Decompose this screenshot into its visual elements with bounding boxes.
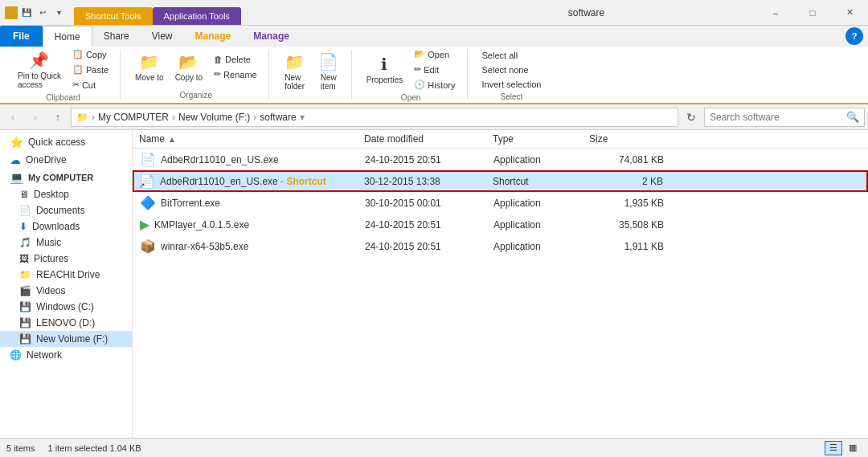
selected-info: 1 item selected 1.04 KB xyxy=(47,443,141,453)
ribbon-group-clipboard: 📌 Pin to Quickaccess 📋 Copy 📋 Paste ✂ Cu… xyxy=(6,50,121,100)
tab-shortcut-tools[interactable]: Shortcut Tools xyxy=(74,7,153,25)
details-view-button[interactable]: ☰ xyxy=(825,441,842,455)
ribbon-btn-delete[interactable]: 🗑 Delete xyxy=(209,53,262,66)
new-folder-label: Newfolder xyxy=(285,73,305,91)
ribbon-btn-new-folder[interactable]: 📁 Newfolder xyxy=(279,50,311,93)
sidebar-item-documents[interactable]: 📄 Documents xyxy=(0,202,132,218)
minimize-button[interactable]: – xyxy=(757,0,794,26)
clipboard-label: Clipboard xyxy=(46,93,80,102)
pin-label: Pin to Quickaccess xyxy=(18,71,61,89)
reachit-icon: 📁 xyxy=(19,269,31,280)
file-date-kmplayer: 24-10-2015 20:51 xyxy=(365,219,493,231)
back-button[interactable]: ‹ xyxy=(3,108,23,127)
ribbon-tab-view[interactable]: View xyxy=(141,26,184,47)
file-icon-kmplayer: ▶ xyxy=(140,217,149,232)
file-row-adoberdr[interactable]: 📄 AdbeRdr11010_en_US.exe 24-10-2015 20:5… xyxy=(133,149,868,170)
ribbon-btn-edit[interactable]: ✏ Edit xyxy=(409,63,460,76)
drive-d-icon: 💾 xyxy=(19,317,31,328)
sidebar-item-pictures[interactable]: 🖼 Pictures xyxy=(0,251,132,267)
file-size-winrar: 1,911 KB xyxy=(590,241,670,252)
col-header-date[interactable]: Date modified xyxy=(364,133,493,145)
sidebar-item-downloads[interactable]: ⬇ Downloads xyxy=(0,218,132,235)
ribbon-tab-manage-app[interactable]: Manage xyxy=(242,26,301,47)
drive-f-icon: 💾 xyxy=(19,333,31,345)
sidebar-item-videos[interactable]: 🎬 Videos xyxy=(0,283,132,299)
path-software[interactable]: software xyxy=(260,112,296,123)
title-tabs: Shortcut Tools Application Tools xyxy=(71,0,416,25)
ribbon-btn-select-none[interactable]: Select none xyxy=(477,63,547,76)
forward-button[interactable]: › xyxy=(26,108,45,127)
file-row-adoberdr-shortcut[interactable]: 📄 ↗ AdbeRdr11010_en_US.exe - Shortcut 30… xyxy=(133,170,868,192)
edit-icon: ✏ xyxy=(414,64,421,75)
col-header-name[interactable]: Name ▲ xyxy=(139,133,364,145)
ribbon-btn-move[interactable]: 📁 Move to xyxy=(130,50,169,84)
sidebar: ⭐ Quick access ☁ OneDrive 💻 My COMPUTER … xyxy=(0,130,133,438)
close-button[interactable]: ✕ xyxy=(831,0,868,26)
sidebar-item-desktop[interactable]: 🖥 Desktop xyxy=(0,186,132,202)
ribbon-btn-properties[interactable]: ℹ Properties xyxy=(362,52,408,87)
list-view-icon: ▦ xyxy=(849,443,857,453)
title-bar-left: 💾 ↩ ▾ xyxy=(0,0,71,25)
ribbon-btn-copyto[interactable]: 📂 Copy to xyxy=(170,50,207,84)
search-input[interactable] xyxy=(710,112,846,123)
col-header-type[interactable]: Type xyxy=(493,133,589,145)
ribbon-btn-history[interactable]: 🕒 History xyxy=(409,78,460,92)
ribbon-btn-open[interactable]: 📂 Open xyxy=(409,47,460,61)
pin-icon: 📌 xyxy=(29,51,49,70)
qat-save[interactable]: 💾 xyxy=(19,5,34,21)
file-type-winrar: Application xyxy=(493,241,590,252)
ribbon-group-select: Select all Select none Invert selection … xyxy=(471,50,553,100)
new-folder-icon: 📁 xyxy=(285,52,305,71)
col-header-size[interactable]: Size xyxy=(589,133,669,145)
tab-application-tools[interactable]: Application Tools xyxy=(153,7,241,25)
ribbon-tab-home[interactable]: Home xyxy=(43,26,92,47)
sidebar-item-windows-c[interactable]: 💾 Windows (C:) xyxy=(0,299,132,315)
sidebar-item-quick-access[interactable]: ⭐ Quick access xyxy=(0,133,132,151)
quick-access-icon: ⭐ xyxy=(10,136,23,149)
file-type-adoberdr: Application xyxy=(493,154,590,165)
file-name-adoberdr-shortcut: 📄 ↗ AdbeRdr11010_en_US.exe - Shortcut xyxy=(139,173,364,189)
file-icon-adoberdr-shortcut: 📄 ↗ xyxy=(139,173,155,189)
file-date-bittorrent: 30-10-2015 00:01 xyxy=(365,198,493,209)
path-newvolume[interactable]: New Volume (F:) xyxy=(178,112,250,123)
up-button[interactable]: ↑ xyxy=(48,108,68,127)
ribbon-btn-pin[interactable]: 📌 Pin to Quickaccess xyxy=(13,48,66,92)
sidebar-item-lenovo-d[interactable]: 💾 LENOVO (D:) xyxy=(0,315,132,331)
qat-undo[interactable]: ↩ xyxy=(35,5,50,21)
sidebar-item-onedrive[interactable]: ☁ OneDrive xyxy=(0,151,132,169)
open-label: Open xyxy=(401,93,420,102)
sidebar-item-network[interactable]: 🌐 Network xyxy=(0,347,132,363)
ribbon-btn-select-all[interactable]: Select all xyxy=(477,49,547,62)
file-row-bittorrent[interactable]: 🔷 BitTorrent.exe 30-10-2015 00:01 Applic… xyxy=(133,192,868,214)
main-area: ⭐ Quick access ☁ OneDrive 💻 My COMPUTER … xyxy=(0,130,868,438)
ribbon-btn-invert[interactable]: Invert selection xyxy=(477,78,547,91)
ribbon-btn-paste[interactable]: 📋 Paste xyxy=(68,63,113,76)
sidebar-item-music[interactable]: 🎵 Music xyxy=(0,235,132,251)
file-name-winrar: 📦 winrar-x64-53b5.exe xyxy=(140,239,365,254)
computer-icon: 💻 xyxy=(10,171,23,184)
ribbon-btn-cut[interactable]: ✂ Cut xyxy=(68,78,113,92)
downloads-icon: ⬇ xyxy=(19,221,27,232)
file-date-winrar: 24-10-2015 20:51 xyxy=(365,241,493,252)
maximize-button[interactable]: □ xyxy=(794,0,831,26)
ribbon-btn-new-item[interactable]: 📄 Newitem xyxy=(313,50,345,93)
qat-dropdown[interactable]: ▾ xyxy=(51,5,66,21)
help-button[interactable]: ? xyxy=(845,27,863,45)
file-row-winrar[interactable]: 📦 winrar-x64-53b5.exe 24-10-2015 20:51 A… xyxy=(133,235,868,257)
ribbon-tab-share[interactable]: Share xyxy=(92,26,141,47)
refresh-button[interactable]: ↻ xyxy=(682,108,701,127)
ribbon-tab-file[interactable]: File xyxy=(0,26,43,47)
file-row-kmplayer[interactable]: ▶ KMPlayer_4.0.1.5.exe 24-10-2015 20:51 … xyxy=(133,214,868,235)
file-name-bittorrent: 🔷 BitTorrent.exe xyxy=(140,195,365,210)
sidebar-item-my-computer[interactable]: 💻 My COMPUTER xyxy=(0,169,132,186)
list-view-button[interactable]: ▦ xyxy=(844,441,862,455)
sidebar-item-reachit[interactable]: 📁 REACHit Drive xyxy=(0,267,132,283)
ribbon-btn-copy[interactable]: 📋 Copy xyxy=(68,47,113,61)
search-box[interactable]: 🔍 xyxy=(704,108,865,127)
file-list-header: Name ▲ Date modified Type Size xyxy=(133,130,868,149)
ribbon-tab-manage-shortcut[interactable]: Manage xyxy=(184,26,243,47)
ribbon-btn-rename[interactable]: ✏ Rename xyxy=(209,67,262,81)
address-path[interactable]: 📁 › My COMPUTER › New Volume (F:) › soft… xyxy=(71,108,678,127)
path-mycomputer[interactable]: My COMPUTER xyxy=(98,112,169,123)
sidebar-item-new-volume-f[interactable]: 💾 New Volume (F:) xyxy=(0,331,132,347)
